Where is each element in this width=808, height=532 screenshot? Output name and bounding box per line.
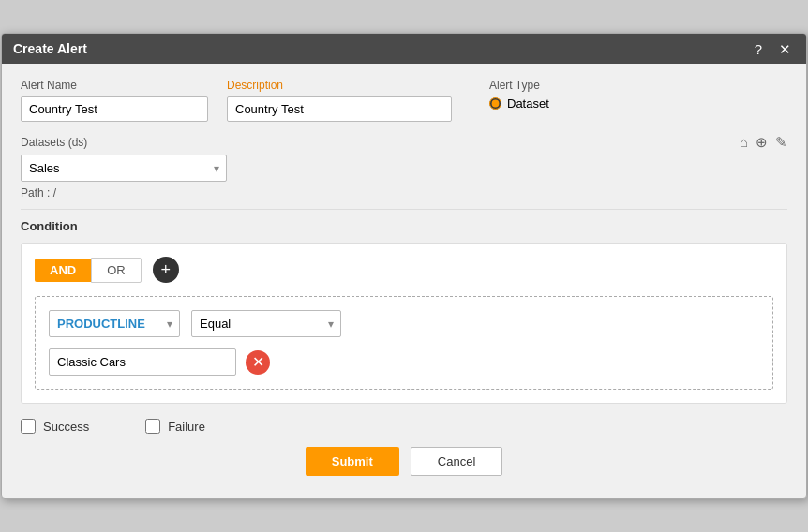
condition-inner: PRODUCTLINE ▾ Equal ▾ [35, 296, 773, 390]
condition-field-row: PRODUCTLINE ▾ Equal ▾ [49, 310, 759, 337]
titlebar-actions: ? ✕ [751, 42, 795, 56]
datasets-label: Datasets (ds) [21, 136, 87, 149]
divider [21, 209, 787, 210]
success-checkbox-group: Success [21, 419, 89, 434]
success-label: Success [43, 420, 89, 434]
alert-type-label: Alert Type [489, 79, 549, 92]
add-condition-button[interactable]: + [153, 257, 179, 283]
alert-name-label: Alert Name [21, 79, 208, 92]
failure-checkbox[interactable] [145, 419, 160, 434]
productline-select-wrapper: PRODUCTLINE ▾ [49, 310, 180, 337]
help-button[interactable]: ? [751, 42, 766, 56]
top-form-row: Alert Name Description Alert Type Datase… [21, 79, 787, 122]
close-button[interactable]: ✕ [775, 42, 795, 56]
condition-value-input[interactable] [49, 348, 236, 376]
footer-checkboxes: Success Failure [21, 419, 787, 434]
alert-type-dataset-radio[interactable] [489, 97, 501, 110]
datasets-header: Datasets (ds) ⌂ ⊕ ✎ [21, 135, 787, 149]
alert-type-radio-row: Dataset [489, 96, 549, 111]
dialog-title: Create Alert [13, 41, 87, 56]
description-input[interactable] [227, 96, 452, 122]
failure-checkbox-group: Failure [145, 419, 205, 434]
success-checkbox[interactable] [21, 419, 36, 434]
failure-label: Failure [168, 420, 205, 434]
create-alert-dialog: Create Alert ? ✕ Alert Name Description … [1, 33, 807, 499]
home-icon-btn[interactable]: ⌂ [740, 135, 748, 149]
datasets-icons: ⌂ ⊕ ✎ [740, 135, 787, 149]
description-group: Description [227, 79, 452, 122]
edit-dataset-icon-btn[interactable]: ✎ [775, 135, 787, 149]
productline-select[interactable]: PRODUCTLINE [49, 310, 180, 337]
datasets-section: Datasets (ds) ⌂ ⊕ ✎ Sales ▾ Path : / [21, 135, 787, 200]
or-toggle[interactable]: OR [91, 258, 142, 283]
description-label: Description [227, 79, 452, 92]
path-text: Path : / [21, 186, 787, 200]
submit-button[interactable]: Submit [306, 447, 399, 476]
dialog-titlebar: Create Alert ? ✕ [2, 34, 806, 64]
cancel-button[interactable]: Cancel [411, 447, 502, 476]
condition-title: Condition [21, 219, 787, 233]
dataset-select[interactable]: Sales [21, 155, 227, 182]
operator-select-wrapper: Equal ▾ [191, 310, 341, 337]
alert-name-input[interactable] [21, 96, 208, 122]
action-buttons: Submit Cancel [21, 447, 787, 483]
operator-select[interactable]: Equal [191, 310, 341, 337]
add-dataset-icon-btn[interactable]: ⊕ [756, 135, 768, 149]
and-toggle[interactable]: AND [35, 259, 91, 282]
condition-section: Condition AND OR + PRODUCTLINE [21, 219, 787, 404]
dialog-body: Alert Name Description Alert Type Datase… [2, 64, 806, 498]
remove-condition-button[interactable]: ✕ [246, 350, 270, 375]
alert-type-group: Alert Type Dataset [489, 79, 549, 111]
alert-name-group: Alert Name [21, 79, 208, 122]
alert-type-dataset-label: Dataset [507, 96, 549, 111]
condition-toggles: AND OR + [35, 257, 773, 283]
dataset-select-wrapper: Sales ▾ [21, 155, 227, 182]
condition-value-row: ✕ [49, 348, 759, 376]
condition-box: AND OR + PRODUCTLINE ▾ [21, 243, 787, 404]
